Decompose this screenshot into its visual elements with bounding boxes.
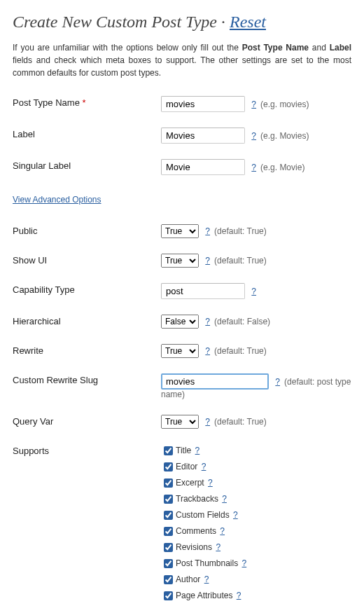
supports-checkbox[interactable]: [164, 575, 173, 584]
supports-item-label: Page Attributes: [176, 591, 232, 600]
supports-checkbox[interactable]: [164, 495, 173, 504]
hint-rewrite: (default: True): [214, 346, 267, 356]
help-icon[interactable]: ?: [233, 510, 238, 520]
supports-checkbox[interactable]: [164, 559, 173, 568]
row-hierarchical: Hierarchical TrueFalse ?(default: False): [13, 315, 351, 329]
row-post-type-name: Post Type Name * ?(e.g. movies): [13, 96, 351, 112]
supports-item: Post Thumbnails ?: [161, 557, 351, 570]
hint-label: (e.g. Movies): [260, 131, 309, 141]
singular-label-input[interactable]: [161, 159, 245, 175]
post-type-name-input[interactable]: [161, 96, 245, 112]
intro-text: If you are unfamiliar with the options b…: [13, 41, 351, 79]
supports-checkbox[interactable]: [164, 446, 173, 455]
row-capability-type: Capability Type ?: [13, 283, 351, 299]
label-capability-type: Capability Type: [13, 283, 161, 295]
help-icon[interactable]: ?: [205, 417, 210, 427]
help-icon[interactable]: ?: [202, 462, 206, 471]
help-icon[interactable]: ?: [205, 256, 210, 266]
title-separator: ·: [217, 13, 230, 31]
label-post-type-name: Post Type Name *: [13, 96, 161, 108]
title-text: Create New Custom Post Type: [13, 13, 217, 31]
view-advanced-options-link[interactable]: View Advanced Options: [13, 195, 102, 205]
label-rewrite: Rewrite: [13, 344, 161, 356]
supports-checkbox[interactable]: [164, 543, 173, 552]
supports-item: Editor ?: [161, 460, 351, 474]
supports-item-label: Author: [176, 574, 200, 584]
label-show-ui: Show UI: [13, 254, 161, 266]
help-icon[interactable]: ?: [251, 131, 256, 141]
label-input[interactable]: [161, 128, 245, 144]
hint-hierarchical: (default: False): [214, 317, 270, 326]
supports-item-label: Comments: [176, 526, 216, 536]
row-label: Label ?(e.g. Movies): [13, 128, 351, 144]
supports-item-label: Trackbacks: [176, 494, 218, 504]
hint-post-type-name: (e.g. movies): [260, 99, 309, 109]
supports-item: Author ?: [161, 573, 351, 586]
help-icon[interactable]: ?: [204, 574, 209, 584]
query-var-select[interactable]: TrueFalse: [161, 415, 199, 429]
label-label: Label: [13, 128, 161, 139]
supports-item: Comments ?: [161, 525, 351, 538]
help-icon[interactable]: ?: [242, 558, 247, 568]
label-query-var: Query Var: [13, 415, 161, 427]
supports-list: Title ?Editor ?Excerpt ?Trackbacks ?Cust…: [161, 444, 351, 602]
help-icon[interactable]: ?: [220, 526, 225, 536]
supports-item-label: Post Thumbnails: [176, 558, 238, 568]
row-rewrite: Rewrite TrueFalse ?(default: True): [13, 344, 351, 358]
page-title: Create New Custom Post Type · Reset: [13, 13, 351, 32]
help-icon[interactable]: ?: [195, 446, 200, 455]
supports-item: Excerpt ?: [161, 476, 351, 490]
rewrite-select[interactable]: TrueFalse: [161, 344, 199, 358]
label-custom-rewrite-slug: Custom Rewrite Slug: [13, 373, 161, 385]
help-icon[interactable]: ?: [208, 478, 213, 488]
label-supports: Supports: [13, 444, 161, 456]
help-icon[interactable]: ?: [251, 287, 256, 296]
supports-checkbox[interactable]: [164, 511, 173, 520]
supports-item: Page Attributes ?: [161, 589, 351, 602]
help-icon[interactable]: ?: [275, 377, 280, 387]
supports-checkbox[interactable]: [164, 591, 173, 600]
row-custom-rewrite-slug: Custom Rewrite Slug ?(default: post type…: [13, 373, 351, 399]
supports-checkbox[interactable]: [164, 527, 173, 536]
help-icon[interactable]: ?: [205, 317, 210, 326]
supports-item-label: Revisions: [176, 542, 212, 552]
supports-item-label: Custom Fields: [176, 510, 230, 520]
help-icon[interactable]: ?: [216, 542, 220, 552]
hint-public: (default: True): [214, 226, 267, 236]
help-icon[interactable]: ?: [222, 494, 227, 504]
supports-item: Revisions ?: [161, 541, 351, 554]
supports-item: Title ?: [161, 444, 351, 457]
supports-checkbox[interactable]: [164, 462, 173, 471]
hint-query-var: (default: True): [214, 417, 267, 427]
help-icon[interactable]: ?: [237, 591, 241, 600]
public-select[interactable]: TrueFalse: [161, 224, 199, 238]
row-query-var: Query Var TrueFalse ?(default: True): [13, 415, 351, 429]
label-singular-label: Singular Label: [13, 159, 161, 171]
supports-item: Custom Fields ?: [161, 509, 351, 522]
capability-type-input[interactable]: [161, 283, 245, 299]
custom-rewrite-slug-input[interactable]: [161, 373, 269, 390]
hint-show-ui: (default: True): [214, 256, 267, 266]
help-icon[interactable]: ?: [205, 226, 210, 236]
supports-item-label: Editor: [176, 462, 197, 471]
label-hierarchical: Hierarchical: [13, 315, 161, 326]
supports-item: Trackbacks ?: [161, 493, 351, 506]
required-mark: *: [83, 97, 86, 108]
reset-link[interactable]: Reset: [230, 13, 266, 31]
row-public: Public TrueFalse ?(default: True): [13, 224, 351, 238]
hierarchical-select[interactable]: TrueFalse: [161, 315, 199, 329]
help-icon[interactable]: ?: [205, 346, 210, 356]
show-ui-select[interactable]: TrueFalse: [161, 254, 199, 268]
help-icon[interactable]: ?: [251, 99, 256, 109]
label-public: Public: [13, 224, 161, 236]
help-icon[interactable]: ?: [251, 163, 256, 172]
row-show-ui: Show UI TrueFalse ?(default: True): [13, 254, 351, 268]
row-singular-label: Singular Label ?(e.g. Movie): [13, 159, 351, 175]
supports-item-label: Title: [176, 446, 191, 455]
hint-singular-label: (e.g. Movie): [260, 163, 304, 172]
row-supports: Supports Title ?Editor ?Excerpt ?Trackba…: [13, 444, 351, 605]
supports-item-label: Excerpt: [176, 478, 204, 488]
supports-checkbox[interactable]: [164, 478, 173, 488]
